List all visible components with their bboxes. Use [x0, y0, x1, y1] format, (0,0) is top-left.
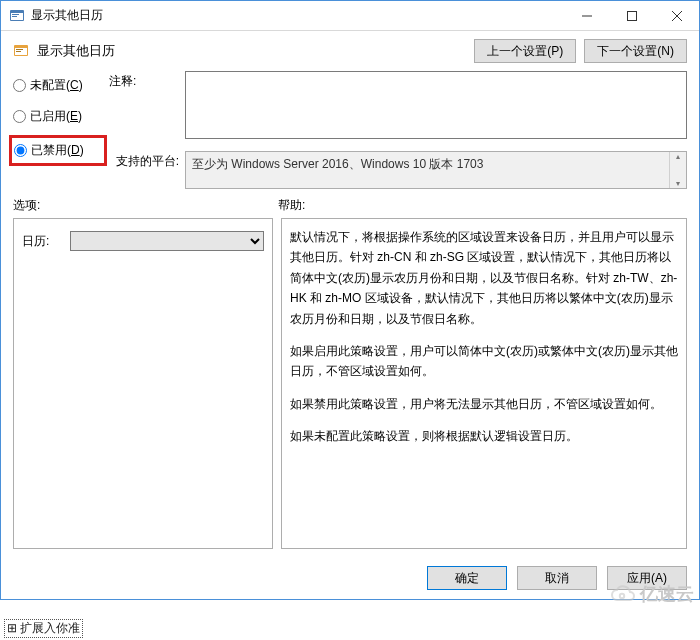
- policy-icon: [13, 43, 29, 59]
- policy-editor-window: 显示其他日历 显示其他日历 上一个设置(P) 下一个设置(N) 未配置(C): [0, 0, 700, 600]
- radio-enabled[interactable]: 已启用(E): [13, 108, 105, 125]
- header-row: 显示其他日历 上一个设置(P) 下一个设置(N): [1, 31, 699, 71]
- help-paragraph-2: 如果启用此策略设置，用户可以简体中文(农历)或繁体中文(农历)显示其他日历，不管…: [290, 341, 678, 382]
- svg-rect-2: [12, 14, 19, 15]
- help-paragraph-4: 如果未配置此策略设置，则将根据默认逻辑设置日历。: [290, 426, 678, 446]
- radio-enabled-label: 已启用(E): [30, 108, 82, 125]
- svg-rect-8: [16, 49, 23, 50]
- next-setting-button[interactable]: 下一个设置(N): [584, 39, 687, 63]
- top-right-column: 注释: 支持的平台: 至少为 Windows Server 2016、Windo…: [109, 71, 687, 189]
- notes-row: 注释:: [109, 71, 687, 139]
- mid-labels: 选项: 帮助:: [1, 197, 699, 218]
- radio-not-configured[interactable]: 未配置(C): [13, 77, 105, 94]
- radio-enabled-input[interactable]: [13, 110, 26, 123]
- supported-on-scrollbar[interactable]: ▴▾: [669, 152, 686, 188]
- titlebar: 显示其他日历: [1, 1, 699, 31]
- policy-title: 显示其他日历: [37, 42, 115, 60]
- supported-on-text: 至少为 Windows Server 2016、Windows 10 版本 17…: [192, 157, 483, 171]
- radio-not-configured-input[interactable]: [13, 79, 26, 92]
- radio-disabled-input[interactable]: [14, 144, 27, 157]
- radio-disabled[interactable]: 已禁用(D): [14, 142, 98, 159]
- top-area: 未配置(C) 已启用(E) 已禁用(D) 注释: 支持的平台: 至: [1, 71, 699, 197]
- notes-label: 注释:: [109, 71, 179, 90]
- notes-textarea[interactable]: [185, 71, 687, 139]
- dialog-footer: 确定 取消 应用(A): [1, 557, 699, 599]
- close-button[interactable]: [654, 1, 699, 31]
- svg-rect-4: [582, 15, 592, 16]
- ok-button[interactable]: 确定: [427, 566, 507, 590]
- supported-on-value-box: 至少为 Windows Server 2016、Windows 10 版本 17…: [185, 151, 687, 189]
- lower-area: 日历: 默认情况下，将根据操作系统的区域设置来设备日历，并且用户可以显示其他日历…: [1, 218, 699, 557]
- help-paragraph-1: 默认情况下，将根据操作系统的区域设置来设备日历，并且用户可以显示其他日历。针对 …: [290, 227, 678, 329]
- calendar-option-row: 日历:: [22, 231, 264, 251]
- help-paragraph-3: 如果禁用此策略设置，用户将无法显示其他日历，不管区域设置如何。: [290, 394, 678, 414]
- truncated-tree-item: ⊞ 扩展入你准: [4, 619, 83, 638]
- svg-rect-3: [12, 16, 17, 17]
- options-section-label: 选项:: [13, 197, 278, 214]
- maximize-button[interactable]: [609, 1, 654, 31]
- disabled-highlight-box: 已禁用(D): [9, 135, 107, 166]
- window-title: 显示其他日历: [31, 7, 103, 24]
- previous-setting-button[interactable]: 上一个设置(P): [474, 39, 576, 63]
- minimize-button[interactable]: [564, 1, 609, 31]
- svg-rect-5: [627, 11, 636, 20]
- help-section-label: 帮助:: [278, 197, 305, 214]
- window-app-icon: [9, 8, 25, 24]
- state-radio-group: 未配置(C) 已启用(E) 已禁用(D): [13, 71, 105, 189]
- options-panel: 日历:: [13, 218, 273, 549]
- radio-not-configured-label: 未配置(C): [30, 77, 83, 94]
- supported-on-label: 支持的平台:: [109, 151, 179, 170]
- svg-rect-9: [16, 51, 21, 52]
- supported-on-row: 支持的平台: 至少为 Windows Server 2016、Windows 1…: [109, 151, 687, 189]
- calendar-option-label: 日历:: [22, 233, 64, 250]
- calendar-select[interactable]: [70, 231, 264, 251]
- cancel-button[interactable]: 取消: [517, 566, 597, 590]
- help-panel: 默认情况下，将根据操作系统的区域设置来设备日历，并且用户可以显示其他日历。针对 …: [281, 218, 687, 549]
- radio-disabled-label: 已禁用(D): [31, 142, 84, 159]
- apply-button[interactable]: 应用(A): [607, 566, 687, 590]
